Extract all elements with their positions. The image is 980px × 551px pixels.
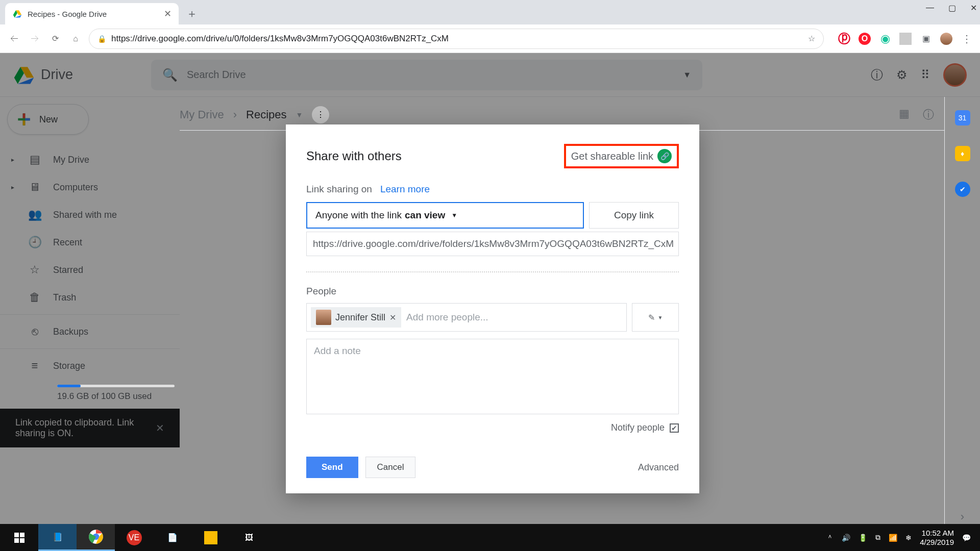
chevron-down-icon: ▼ bbox=[658, 315, 663, 320]
breadcrumb-root[interactable]: My Drive bbox=[180, 108, 224, 121]
taskbar-app[interactable] bbox=[191, 524, 230, 551]
windows-taskbar: 📘 VE 📄 🖼 ＾ 🔊 🔋 ⧉ 📶 ❄ 10:52 AM 4/29/2019 … bbox=[0, 524, 980, 551]
breadcrumb-current[interactable]: Recipes bbox=[246, 108, 286, 121]
permission-dropdown[interactable]: Anyone with the link can view ▼ bbox=[306, 202, 584, 229]
clock-time: 10:52 AM bbox=[920, 529, 954, 538]
note-textarea[interactable]: Add a note bbox=[306, 339, 679, 414]
home-icon[interactable]: ⌂ bbox=[68, 32, 83, 46]
cast-icon[interactable]: ▣ bbox=[920, 33, 932, 45]
tasks-icon[interactable]: ✔ bbox=[955, 182, 970, 197]
get-link-label: Get shareable link bbox=[571, 151, 653, 162]
opera-icon[interactable]: O bbox=[859, 33, 871, 45]
notify-label: Notify people bbox=[611, 422, 665, 433]
chrome-menu-icon[interactable]: ⋮ bbox=[961, 33, 973, 45]
battery-icon[interactable]: 🔋 bbox=[859, 534, 867, 542]
taskbar-app[interactable]: 📄 bbox=[153, 524, 191, 551]
close-window-icon[interactable]: ✕ bbox=[970, 3, 977, 13]
minimize-icon[interactable]: — bbox=[926, 3, 934, 13]
url-text: https://drive.google.com/drive/u/0/folde… bbox=[111, 34, 449, 44]
cancel-button[interactable]: Cancel bbox=[365, 457, 416, 478]
back-icon[interactable]: 🡠 bbox=[7, 32, 21, 46]
svg-rect-11 bbox=[14, 538, 19, 543]
profile-avatar-icon[interactable] bbox=[940, 33, 952, 45]
chip-remove-icon[interactable]: ✕ bbox=[389, 313, 396, 322]
tab-title: Recipes - Google Drive bbox=[28, 10, 159, 18]
people-label: People bbox=[306, 286, 679, 297]
divider bbox=[306, 271, 679, 272]
volume-icon[interactable]: 🔊 bbox=[842, 534, 850, 542]
get-shareable-link-button[interactable]: Get shareable link 🔗 bbox=[564, 144, 679, 168]
taskbar-app[interactable]: 🖼 bbox=[230, 524, 268, 551]
chevron-right-icon: › bbox=[233, 108, 237, 121]
link-icon: 🔗 bbox=[657, 149, 672, 163]
info-icon[interactable]: ⓘ bbox=[923, 107, 934, 122]
calendar-icon[interactable]: 31 bbox=[955, 110, 970, 126]
drive-favicon bbox=[12, 9, 22, 19]
start-button[interactable] bbox=[0, 524, 38, 551]
bookmark-star-icon[interactable]: ☆ bbox=[808, 34, 815, 43]
new-tab-button[interactable]: ＋ bbox=[183, 5, 201, 23]
notifications-icon[interactable]: 💬 bbox=[962, 534, 971, 542]
permission-edit-button[interactable]: ✎ ▼ bbox=[632, 303, 679, 332]
clock-date: 4/29/2019 bbox=[920, 538, 954, 547]
permission-prefix: Anyone with the link bbox=[315, 210, 402, 221]
taskbar-app[interactable]: VE bbox=[115, 524, 153, 551]
taskbar-app[interactable]: 📘 bbox=[38, 524, 77, 551]
grid-view-icon[interactable]: ▦ bbox=[899, 107, 910, 122]
svg-rect-10 bbox=[20, 533, 24, 537]
browser-tab[interactable]: Recipes - Google Drive ✕ bbox=[5, 3, 179, 24]
chip-name: Jennifer Still bbox=[335, 312, 385, 323]
pinterest-icon[interactable]: ⓟ bbox=[838, 33, 850, 45]
share-dialog: Share with others Get shareable link 🔗 L… bbox=[286, 124, 699, 493]
taskbar-chrome[interactable] bbox=[77, 524, 115, 551]
grammarly-icon[interactable]: ◉ bbox=[879, 33, 891, 45]
divider bbox=[899, 33, 912, 45]
people-input[interactable]: Jennifer Still ✕ Add more people... bbox=[306, 303, 627, 332]
dialog-title: Share with others bbox=[306, 149, 402, 163]
storage-progress bbox=[57, 385, 175, 387]
system-tray: ＾ 🔊 🔋 ⧉ 📶 ❄ 10:52 AM 4/29/2019 💬 bbox=[826, 529, 980, 547]
shared-people-icon[interactable]: ⋮ bbox=[312, 106, 329, 123]
copy-link-button[interactable]: Copy link bbox=[589, 202, 679, 229]
learn-more-link[interactable]: Learn more bbox=[380, 184, 430, 195]
browser-chrome: Recipes - Google Drive ✕ ＋ — ▢ ✕ 🡠 🡢 ⟳ ⌂… bbox=[0, 0, 980, 53]
side-panel: 31 ♦ ✔ › bbox=[944, 97, 980, 531]
link-sharing-status: Link sharing on bbox=[306, 184, 372, 195]
browser-toolbar: 🡠 🡢 ⟳ ⌂ 🔒 https://drive.google.com/drive… bbox=[0, 24, 980, 53]
clock[interactable]: 10:52 AM 4/29/2019 bbox=[920, 529, 954, 547]
dropbox-icon[interactable]: ⧉ bbox=[875, 533, 880, 542]
person-chip: Jennifer Still ✕ bbox=[311, 307, 401, 328]
address-bar[interactable]: 🔒 https://drive.google.com/drive/u/0/fol… bbox=[89, 29, 824, 49]
expand-panel-icon[interactable]: › bbox=[961, 510, 964, 523]
view-controls: ▦ ⓘ bbox=[899, 107, 944, 122]
permission-level: can view bbox=[405, 210, 445, 221]
svg-rect-12 bbox=[20, 538, 24, 543]
lock-icon: 🔒 bbox=[97, 35, 106, 43]
people-placeholder: Add more people... bbox=[406, 312, 488, 323]
pencil-icon: ✎ bbox=[648, 313, 655, 322]
tray-icon[interactable]: ❄ bbox=[905, 534, 912, 542]
extension-icons: ⓟ O ◉ ▣ ⋮ bbox=[838, 33, 973, 45]
note-placeholder: Add a note bbox=[314, 345, 361, 356]
wifi-icon[interactable]: 📶 bbox=[889, 534, 897, 542]
tray-chevron-icon[interactable]: ＾ bbox=[826, 533, 834, 542]
send-button[interactable]: Send bbox=[306, 457, 358, 478]
svg-rect-9 bbox=[14, 533, 19, 537]
chevron-down-icon: ▼ bbox=[451, 212, 457, 219]
reload-icon[interactable]: ⟳ bbox=[48, 32, 62, 46]
tab-close-icon[interactable]: ✕ bbox=[164, 8, 172, 19]
window-controls: — ▢ ✕ bbox=[926, 3, 977, 13]
notify-checkbox[interactable]: ✔ bbox=[670, 423, 679, 433]
maximize-icon[interactable]: ▢ bbox=[948, 3, 956, 13]
share-url-text: https://drive.google.com/drive/folders/1… bbox=[313, 238, 674, 249]
chip-avatar bbox=[316, 310, 331, 325]
folder-dropdown-icon[interactable]: ▼ bbox=[296, 111, 303, 119]
advanced-link[interactable]: Advanced bbox=[638, 462, 679, 473]
forward-icon[interactable]: 🡢 bbox=[28, 32, 42, 46]
keep-icon[interactable]: ♦ bbox=[955, 146, 970, 161]
share-url-input[interactable]: https://drive.google.com/drive/folders/1… bbox=[306, 232, 679, 256]
tabstrip: Recipes - Google Drive ✕ ＋ — ▢ ✕ bbox=[0, 0, 980, 24]
